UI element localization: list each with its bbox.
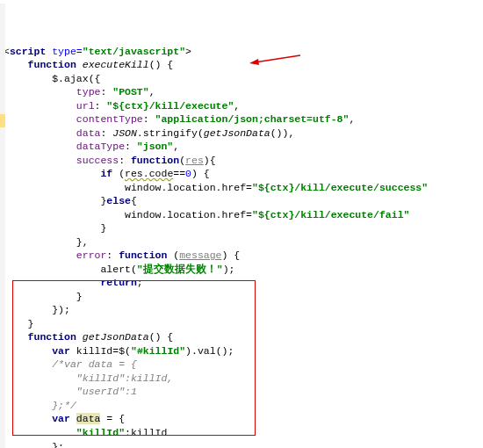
svg-marker-1 <box>249 59 259 65</box>
href-fail: "${ctx}/kill/execute/fail" <box>252 209 409 220</box>
comment-block: /*var data = { <box>52 358 137 370</box>
fn-executeKill: executeKill <box>83 59 149 70</box>
gutter-marker <box>0 114 5 127</box>
ajax-url: "${ctx}/kill/execute" <box>106 100 234 112</box>
svg-line-0 <box>255 55 300 62</box>
script-type: "text/javascript" <box>83 46 185 57</box>
arrow-annotation <box>249 52 302 68</box>
alert-msg: "提交数据失败！" <box>137 264 223 275</box>
fn-getJsonData: getJsonData <box>83 331 149 343</box>
href-success: "${ctx}/kill/execute/success" <box>252 182 428 193</box>
gutter <box>0 4 5 448</box>
data-var: data <box>76 413 101 424</box>
code-editor: <script type="text/javascript"> function… <box>4 4 479 448</box>
